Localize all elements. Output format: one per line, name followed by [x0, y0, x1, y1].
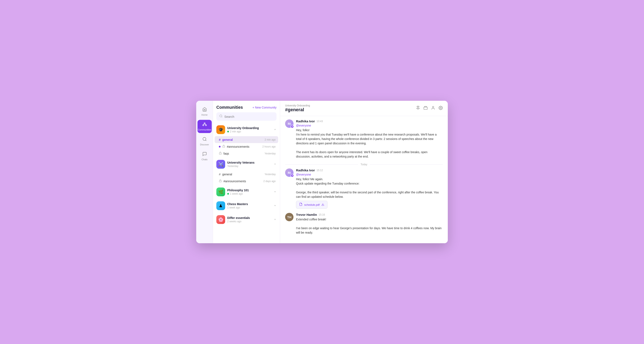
community-row-chess[interactable]: ♟ Chess Masters 1 week ago: [215, 199, 278, 212]
channel-time: 2 min ago: [264, 138, 276, 141]
chat-header-left: University Onboarding #general: [285, 104, 310, 112]
svg-point-5: [203, 137, 206, 141]
download-icon[interactable]: [321, 203, 324, 207]
svg-rect-9: [223, 146, 225, 147]
community-meta: 1 week ago: [227, 192, 274, 195]
date-divider-label: Today: [358, 163, 370, 166]
community-avatar-differ: 🌸: [216, 215, 225, 224]
sidebar-nav: Home Communities Discover: [196, 101, 213, 243]
chevron-down-icon[interactable]: [274, 218, 276, 221]
chevron-up-icon[interactable]: [274, 128, 276, 132]
channel-name: general: [222, 173, 232, 176]
chat-community-name: University Onboarding: [285, 104, 310, 107]
channel-name: faqs: [224, 152, 229, 155]
file-attachment[interactable]: schedule.pdf: [296, 201, 328, 209]
svg-point-7: [220, 115, 222, 117]
sidebar-item-home[interactable]: Home: [198, 105, 212, 118]
online-dot: [227, 193, 229, 195]
community-row-philosophy[interactable]: 🌿 Philosophy 101 1 week ago: [215, 185, 278, 198]
app-window: Home Communities Discover: [196, 101, 448, 243]
communities-list: 🎓 University Onboarding 2 min ago: [213, 123, 280, 243]
channel-item-veterans-announcements[interactable]: #announcements 2 days ago: [215, 178, 278, 185]
message-1: RI ★ Radhika Ivor 10:43 @everyone Hey, f…: [285, 119, 443, 159]
message-content-3: Trevor Hamlin 15:16 Extended coffee brea…: [296, 213, 443, 235]
community-info-university-veterans: University Veterans Yesterday: [227, 161, 274, 168]
sidebar-item-discover[interactable]: Discover: [198, 135, 212, 148]
channel-name: #announcements: [227, 145, 249, 148]
discover-label: Discover: [200, 143, 209, 146]
channel-item-faqs[interactable]: faqs Yesterday: [215, 150, 278, 157]
community-info-chess: Chess Masters 1 week ago: [227, 202, 274, 209]
svg-rect-11: [219, 181, 222, 182]
community-row-differ[interactable]: 🌸 Differ essentials 2 weeks ago: [215, 213, 278, 226]
settings-icon[interactable]: [438, 106, 443, 111]
community-time: Yesterday: [227, 165, 238, 168]
chat-header-actions: [416, 106, 443, 111]
new-community-button[interactable]: + New Community: [252, 106, 276, 109]
channel-left: faqs: [219, 152, 229, 155]
community-time: 2 min ago: [230, 130, 241, 133]
community-group-philosophy: 🌿 Philosophy 101 1 week ago: [215, 185, 278, 198]
community-meta: 2 min ago: [227, 130, 274, 133]
channel-left: # general: [219, 172, 232, 176]
channel-time: 2 days ago: [263, 180, 276, 183]
file-icon: [299, 203, 302, 207]
search-input[interactable]: [224, 115, 274, 118]
community-group-differ: 🌸 Differ essentials 2 weeks ago: [215, 213, 278, 226]
lock-icon: [222, 145, 225, 148]
chevron-down-icon[interactable]: [274, 190, 276, 194]
layers-icon[interactable]: [424, 106, 428, 111]
messages-container: RI ★ Radhika Ivor 10:43 @everyone Hey, f…: [280, 116, 448, 243]
community-time: 1 week ago: [227, 206, 240, 209]
communities-title: Communities: [216, 105, 243, 110]
message-content-2: Radhika Ivor 15:12 @everyone Hey, folks!…: [296, 168, 443, 209]
chevron-down-icon[interactable]: [274, 204, 276, 208]
date-divider-today: Today: [285, 163, 443, 166]
home-icon: [202, 107, 207, 113]
community-avatar-chess: ♟: [216, 201, 225, 210]
community-row-university-veterans[interactable]: ⚔️ University Veterans Yesterday: [215, 158, 278, 171]
community-name: Chess Masters: [227, 202, 274, 206]
avatar-container-radhika-2: RI ★: [285, 168, 294, 209]
channel-time: 2 hours ago: [262, 145, 276, 148]
message-2: RI ★ Radhika Ivor 15:12 @everyone Hey, f…: [285, 168, 443, 209]
message-content-1: Radhika Ivor 10:43 @everyone Hey, folks!…: [296, 119, 443, 159]
message-author: Radhika Ivor: [296, 168, 315, 172]
sidebar-item-communities[interactable]: Communities: [198, 120, 212, 133]
community-name: University Onboarding: [227, 126, 274, 130]
svg-point-1: [202, 125, 204, 126]
chat-channel-name: #general: [285, 107, 310, 112]
pin-icon[interactable]: [416, 106, 420, 111]
message-text: Hey, folks! I'm here to remind you that …: [296, 128, 443, 159]
lock-icon: [219, 179, 222, 183]
chevron-up-icon[interactable]: [274, 163, 276, 166]
channel-left: #announcements: [219, 145, 249, 148]
channel-item-general-active[interactable]: # general 2 min ago: [215, 136, 278, 143]
community-time: 1 week ago: [230, 192, 243, 195]
chats-label: Chats: [202, 158, 208, 161]
members-icon[interactable]: [431, 106, 435, 111]
message-time: 10:43: [316, 120, 323, 123]
mention: @everyone: [296, 124, 443, 127]
community-meta: 2 weeks ago: [227, 220, 274, 223]
community-group-chess: ♟ Chess Masters 1 week ago: [215, 199, 278, 212]
home-label: Home: [202, 114, 208, 116]
svg-rect-13: [424, 107, 428, 109]
svg-point-0: [204, 123, 205, 124]
sidebar-item-chats[interactable]: Chats: [198, 150, 212, 163]
svg-point-2: [205, 125, 206, 126]
channel-item-veterans-general[interactable]: # general Yesterday: [215, 171, 278, 178]
community-row-university-onboarding[interactable]: 🎓 University Onboarding 2 min ago: [215, 123, 278, 136]
community-name: Philosophy 101: [227, 189, 274, 192]
community-avatar-university-onboarding: 🎓: [216, 125, 225, 134]
unread-dot: [219, 146, 220, 147]
chat-area: University Onboarding #general: [280, 101, 448, 243]
community-info-philosophy: Philosophy 101 1 week ago: [227, 189, 274, 195]
avatar-container-radhika: RI ★: [285, 119, 294, 159]
community-meta: Yesterday: [227, 165, 274, 168]
community-badge-icon-2: ★: [290, 174, 294, 177]
channel-left: #announcements: [219, 179, 246, 183]
search-icon: [219, 114, 223, 119]
channel-item-announcements[interactable]: #announcements 2 hours ago: [215, 143, 278, 150]
message-text: Hey, folks! Me again. Quick update regar…: [296, 177, 443, 199]
